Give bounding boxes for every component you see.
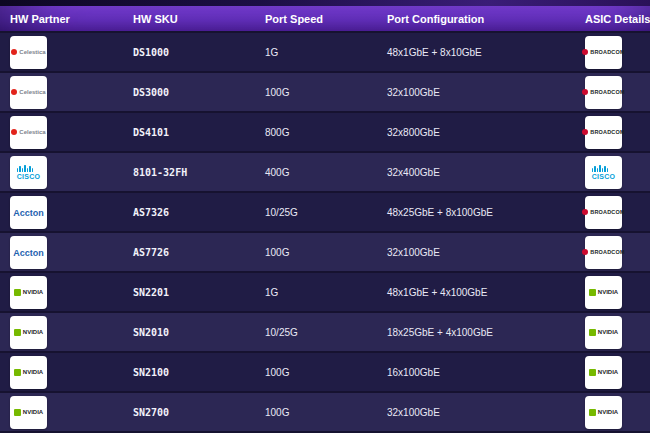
nvidia-logo: NVIDIA: [14, 289, 43, 296]
hw-sku-cell: SN2100: [133, 367, 265, 378]
port-speed-cell: 800G: [265, 127, 387, 138]
hw-sku-cell: SN2010: [133, 327, 265, 338]
hw-sku-value: SN2700: [133, 407, 169, 418]
hw-sku-value: AS7726: [133, 247, 169, 258]
nvidia-logo: NVIDIA: [14, 369, 43, 376]
table-row: CelesticaDS4101800G32x800GbEBROADCOM: [0, 113, 650, 151]
port-configuration-cell: 48x25GbE + 8x100GbE: [387, 207, 583, 218]
hw-sku-cell: SN2700: [133, 407, 265, 418]
port-configuration-cell: 32x100GbE: [387, 247, 583, 258]
hw-sku-cell: SN2201: [133, 287, 265, 298]
hw-partner-logo-tile: NVIDIA: [10, 356, 47, 389]
port-speed-cell: 100G: [265, 407, 387, 418]
asic-logo-tile: BROADCOM: [585, 116, 622, 149]
asic-logo-tile: NVIDIA: [585, 276, 622, 309]
hw-partner-cell: NVIDIA: [0, 316, 133, 349]
nvidia-logo: NVIDIA: [589, 329, 618, 336]
celestica-icon: [11, 89, 17, 95]
hw-partner-logo-tile: Celestica: [10, 116, 47, 149]
broadcom-logo: BROADCOM: [582, 89, 625, 95]
header-row: HW PartnerHW SKUPort SpeedPort Configura…: [0, 6, 650, 31]
accton-logo: Accton: [13, 247, 44, 258]
asic-details-cell: NVIDIA: [583, 276, 650, 309]
broadcom-icon: [582, 89, 588, 95]
asic-logo-tile: NVIDIA: [585, 356, 622, 389]
port-speed-cell: 10/25G: [265, 327, 387, 338]
hw-sku-value: SN2100: [133, 367, 169, 378]
hw-sku-value: SN2010: [133, 327, 169, 338]
table-row: AcctonAS732610/25G48x25GbE + 8x100GbEBRO…: [0, 193, 650, 231]
cisco-bridge-icon: [17, 164, 41, 172]
nvidia-logo: NVIDIA: [14, 329, 43, 336]
nvidia-eye-icon: [14, 409, 21, 416]
cisco-logo: CISCO: [17, 164, 41, 180]
column-header-port-speed: Port Speed: [265, 13, 387, 25]
hw-sku-cell: AS7326: [133, 207, 265, 218]
port-speed-cell: 1G: [265, 47, 387, 58]
hw-partner-cell: NVIDIA: [0, 276, 133, 309]
celestica-logo: Celestica: [11, 129, 45, 135]
nvidia-eye-icon: [589, 329, 596, 336]
broadcom-logo: BROADCOM: [582, 249, 625, 255]
table-row: NVIDIASN201010/25G18x25GbE + 4x100GbENVI…: [0, 313, 650, 351]
port-speed-cell: 400G: [265, 167, 387, 178]
column-header-port-configuration: Port Configuration: [387, 13, 583, 25]
hw-sku-value: AS7326: [133, 207, 169, 218]
table-row: CelesticaDS3000100G32x100GbEBROADCOM: [0, 73, 650, 111]
nvidia-eye-icon: [14, 369, 21, 376]
hw-sku-value: DS4101: [133, 127, 169, 138]
asic-logo-tile: BROADCOM: [585, 36, 622, 69]
hw-partner-logo-tile: Accton: [10, 236, 47, 269]
asic-details-cell: CISCO: [583, 156, 650, 189]
column-header-asic-details: ASIC Details: [583, 13, 650, 25]
hw-sku-value: 8101-32FH: [133, 167, 187, 178]
hw-partner-cell: Celestica: [0, 36, 133, 69]
port-speed-cell: 1G: [265, 287, 387, 298]
port-speed-cell: 100G: [265, 247, 387, 258]
hw-partner-cell: Accton: [0, 196, 133, 229]
nvidia-logo: NVIDIA: [589, 409, 618, 416]
port-configuration-cell: 32x100GbE: [387, 87, 583, 98]
hw-partner-cell: Accton: [0, 236, 133, 269]
asic-details-cell: BROADCOM: [583, 76, 650, 109]
asic-details-cell: BROADCOM: [583, 236, 650, 269]
asic-logo-tile: BROADCOM: [585, 76, 622, 109]
cisco-logo: CISCO: [592, 164, 616, 180]
asic-details-cell: BROADCOM: [583, 196, 650, 229]
column-header-hw-partner: HW Partner: [0, 13, 133, 25]
hw-partner-logo-tile: NVIDIA: [10, 396, 47, 429]
table-row: NVIDIASN2700100G32x100GbENVIDIA: [0, 393, 650, 431]
port-speed-cell: 100G: [265, 367, 387, 378]
hw-partner-cell: NVIDIA: [0, 396, 133, 429]
hw-partner-logo-tile: CISCO: [10, 156, 47, 189]
nvidia-eye-icon: [589, 409, 596, 416]
celestica-logo: Celestica: [11, 89, 45, 95]
cisco-bridge-icon: [592, 164, 616, 172]
hw-sku-value: DS1000: [133, 47, 169, 58]
broadcom-icon: [582, 209, 588, 215]
asic-details-cell: NVIDIA: [583, 356, 650, 389]
hw-partner-logo-tile: Celestica: [10, 36, 47, 69]
table-row: CelesticaDS10001G48x1GbE + 8x10GbEBROADC…: [0, 33, 650, 71]
table-body: CelesticaDS10001G48x1GbE + 8x10GbEBROADC…: [0, 33, 650, 431]
port-speed-cell: 10/25G: [265, 207, 387, 218]
port-configuration-cell: 16x100GbE: [387, 367, 583, 378]
broadcom-icon: [582, 249, 588, 255]
hw-sku-cell: DS3000: [133, 87, 265, 98]
port-configuration-cell: 48x1GbE + 8x10GbE: [387, 47, 583, 58]
nvidia-eye-icon: [589, 289, 596, 296]
accton-logo: Accton: [13, 207, 44, 218]
port-speed-cell: 100G: [265, 87, 387, 98]
table-row: CISCO8101-32FH400G32x400GbECISCO: [0, 153, 650, 191]
asic-details-cell: NVIDIA: [583, 316, 650, 349]
broadcom-icon: [582, 129, 588, 135]
asic-logo-tile: NVIDIA: [585, 316, 622, 349]
asic-details-cell: BROADCOM: [583, 116, 650, 149]
celestica-icon: [11, 129, 17, 135]
hw-partner-cell: Celestica: [0, 116, 133, 149]
table-row: NVIDIASN22011G48x1GbE + 4x100GbENVIDIA: [0, 273, 650, 311]
hw-partner-logo-tile: Accton: [10, 196, 47, 229]
hw-partner-logo-tile: NVIDIA: [10, 316, 47, 349]
hw-partner-cell: NVIDIA: [0, 356, 133, 389]
hw-sku-cell: DS4101: [133, 127, 265, 138]
